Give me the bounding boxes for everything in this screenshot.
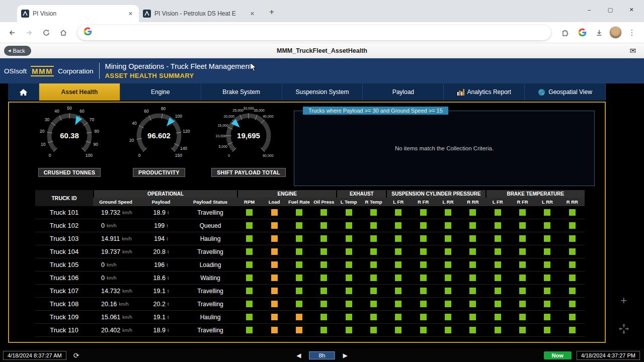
profile-avatar[interactable] [609, 26, 622, 39]
pv-back-button[interactable]: ◀ Back [4, 46, 31, 56]
indicator-cell [336, 219, 361, 232]
indicator-cell [237, 298, 262, 311]
indicator-cell [411, 324, 436, 337]
tab-asset-health[interactable]: Asset Health [39, 83, 120, 101]
indicator-cell [311, 298, 336, 311]
pan-icon[interactable] [619, 324, 629, 336]
status-indicator [395, 275, 401, 281]
indicator-cell [262, 219, 286, 232]
status-indicator [519, 209, 526, 216]
status-indicator [271, 327, 278, 333]
status-indicator [569, 209, 576, 216]
time-range-button[interactable]: 8h [309, 351, 335, 359]
globe-icon [538, 88, 545, 96]
indicator-cell [460, 206, 485, 219]
pi-vision-favicon [21, 10, 29, 18]
indicator-cell [361, 272, 386, 285]
maximize-button[interactable]: ▢ [600, 3, 621, 16]
end-time[interactable]: 4/18/2024 4:37:27 PM [577, 351, 640, 360]
step-forward-icon[interactable]: ▶ [343, 352, 347, 359]
minimize-button[interactable]: – [579, 3, 600, 16]
tab-close-icon[interactable]: ✕ [126, 10, 135, 18]
status-indicator [519, 301, 526, 307]
payload-value: 18.9 [153, 327, 166, 334]
status-indicator [544, 301, 550, 307]
tab-analytics-report[interactable]: Analytics Report [444, 83, 525, 101]
svg-text:20: 20 [40, 129, 45, 134]
download-icon[interactable] [592, 26, 606, 40]
screen: PI Vision ✕ PI Vision - Petrolux DS Heat… [0, 0, 644, 362]
svg-text:140: 140 [180, 146, 187, 151]
indicator-cell [386, 311, 411, 324]
column-group-suspension-cylinder-pressure: SUSPENSION CYLINDER PRESSURE [386, 190, 485, 198]
browser-tab-2[interactable]: PI Vision - Petrolux DS Heat E ✕ [139, 5, 261, 22]
payload-cell: 194t [138, 232, 184, 245]
svg-text:60: 60 [79, 109, 85, 114]
extensions-puzzle-icon[interactable] [558, 26, 572, 40]
status-indicator [420, 301, 427, 307]
address-bar[interactable] [77, 25, 551, 40]
tab-suspension-system[interactable]: Suspension System [282, 83, 363, 101]
indicator-cell [486, 219, 510, 232]
home-icon[interactable] [56, 26, 70, 40]
banner-titles: Mining Operations - Truck Fleet Manageme… [105, 62, 252, 79]
indicator-cell [336, 258, 361, 272]
start-time[interactable]: 4/18/2024 8:37:27 AM [3, 351, 66, 360]
status-indicator [346, 327, 352, 333]
gauges-row: 010203040506070809010060.38CRUSHED TONNE… [27, 105, 291, 177]
status-indicator [246, 327, 253, 333]
tab-label: Asset Health [61, 88, 98, 96]
reload-icon[interactable] [39, 26, 53, 40]
payload-unit: t [168, 302, 169, 307]
status-indicator [395, 248, 401, 255]
zoom-plus-icon[interactable]: + [620, 296, 627, 306]
indicator-cell [436, 311, 460, 324]
indicator-cell [336, 311, 361, 324]
status-indicator [495, 327, 501, 333]
step-back-icon[interactable]: ◀ [296, 352, 301, 359]
indicator-cell [287, 206, 311, 219]
tab-brake-system[interactable]: Brake System [201, 83, 282, 101]
indicator-cell [336, 272, 361, 285]
status-indicator [320, 222, 327, 229]
indicator-cell [287, 272, 311, 285]
home-tab[interactable] [8, 83, 39, 101]
svg-text:80: 80 [95, 129, 100, 134]
speed-value: 20.16 [101, 301, 117, 308]
status-indicator [519, 222, 526, 229]
browser-menu-icon[interactable]: ⋮ [625, 26, 639, 40]
payload-unit: t [168, 315, 169, 320]
browser-tab-1[interactable]: PI Vision ✕ [17, 5, 139, 22]
status-indicator [445, 275, 451, 281]
tab-geospatial-view[interactable]: Geospatial View [525, 83, 606, 101]
status-indicator [246, 209, 253, 216]
payload-unit: t [167, 262, 168, 267]
back-icon[interactable] [5, 26, 19, 40]
status-indicator [544, 209, 550, 216]
tab-engine[interactable]: Engine [120, 83, 201, 101]
indicator-cell [436, 324, 460, 337]
refresh-icon[interactable]: ⟳ [73, 351, 79, 359]
indicator-cell [336, 245, 361, 258]
indicator-cell [411, 298, 436, 311]
indicator-cell [262, 206, 286, 219]
payload-status-cell: Waiting [184, 272, 237, 285]
tab-payload[interactable]: Payload [363, 83, 444, 101]
status-indicator [519, 327, 526, 333]
truck-id-cell: Truck 110 [35, 324, 93, 337]
mail-icon[interactable]: ✉ [629, 46, 636, 55]
indicator-cell [486, 232, 510, 245]
status-indicator [370, 261, 377, 268]
close-button[interactable]: ✕ [621, 3, 642, 16]
status-indicator [246, 261, 253, 268]
new-tab-button[interactable]: + [265, 5, 279, 19]
status-indicator [420, 327, 427, 333]
status-indicator [469, 261, 476, 268]
indicator-cell [535, 285, 559, 298]
indicator-cell [535, 298, 559, 311]
tab-close-icon[interactable]: ✕ [248, 10, 257, 18]
google-account-icon[interactable] [575, 26, 589, 40]
indicator-cell [262, 311, 286, 324]
forward-icon[interactable] [22, 26, 36, 40]
now-button[interactable]: Now [544, 351, 572, 359]
